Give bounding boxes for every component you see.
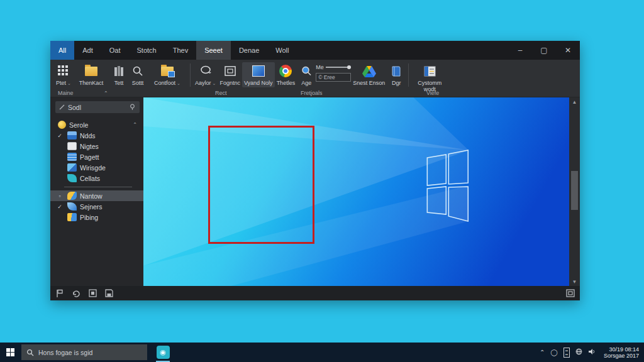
taskbar: Hons fogae is sgid ◉ ⌃ ◯ ▪▪▪▪ 30/19 08:1… xyxy=(0,343,644,362)
ribbon-button-dgr[interactable]: Dgr xyxy=(387,62,406,87)
bird-icon xyxy=(67,192,77,200)
tab-all[interactable]: All xyxy=(50,41,74,60)
status-bar xyxy=(50,286,580,300)
ribbon-separator xyxy=(408,63,409,87)
ribbon-button-thetles[interactable]: Thetles xyxy=(275,62,297,87)
sidebar-item-nigtes[interactable]: Nigtes xyxy=(50,141,143,151)
sidebar-item-pagett[interactable]: Pagett xyxy=(50,151,143,162)
network-icon[interactable] xyxy=(575,348,582,356)
feather-icon xyxy=(67,202,77,211)
ribbon-button-vyand-noly[interactable]: Vyand Noly xyxy=(242,62,275,87)
tab-adt[interactable]: Adt xyxy=(74,41,101,60)
folder-overlay-icon xyxy=(161,63,174,79)
sidebar-search-input[interactable]: Sodl xyxy=(55,101,140,113)
taskbar-search-placeholder: Hons fogae is sgid xyxy=(38,349,92,356)
sidebar-item-sejners[interactable]: ✓ Sejners xyxy=(50,201,143,212)
taskbar-app-button[interactable]: ◉ xyxy=(151,343,175,362)
ribbon-slider-group: Me © Eree xyxy=(316,62,351,82)
keyboard-layout-icon[interactable]: ▪▪▪▪ xyxy=(564,348,570,358)
desktop: { "window": { "tabbar": { "tabs": [ { "l… xyxy=(0,0,644,362)
sidebar: Sodl Serole ⌃ ✓ Ndds Nigtes xyxy=(50,97,143,286)
windows-wallpaper xyxy=(143,97,569,286)
ribbon-button-contfoot[interactable]: Contfoot⌄ xyxy=(147,62,187,88)
chevron-up-icon[interactable]: ⌃ xyxy=(133,122,137,128)
search-icon xyxy=(59,104,65,110)
tray-circle-icon[interactable]: ◯ xyxy=(550,349,557,356)
sidebar-item-serole[interactable]: Serole ⌃ xyxy=(50,119,143,130)
maximize-button[interactable]: ▢ xyxy=(532,41,556,60)
volume-icon[interactable] xyxy=(588,348,596,356)
undo-icon[interactable] xyxy=(72,289,80,298)
yellow-ball-icon xyxy=(58,121,66,129)
folder-icon xyxy=(67,213,77,221)
book-icon xyxy=(391,63,401,79)
tab-stotch[interactable]: Stotch xyxy=(128,41,164,60)
ribbon-button-aaylor[interactable]: Aaylor⌄ xyxy=(193,62,218,88)
check-icon: ✓ xyxy=(55,133,64,139)
apps-grid-icon xyxy=(58,63,69,79)
fit-view-icon[interactable] xyxy=(566,289,575,298)
doc-icon xyxy=(424,63,436,79)
clock-time: 30/19 08:14 xyxy=(604,346,639,353)
scroll-up-icon[interactable]: ▲ xyxy=(569,97,580,106)
sidebar-item-nantow[interactable]: ▫ Nantow xyxy=(50,190,143,201)
chrome-icon xyxy=(279,63,292,79)
ribbon-button-cystomm[interactable]: Cystomm wodt xyxy=(411,62,448,94)
photo-app-icon: ◉ xyxy=(157,346,170,359)
group-label-fretjoals: Fretjoals xyxy=(301,90,323,96)
tab-oat[interactable]: Oat xyxy=(101,41,129,60)
wallpaper-image[interactable] xyxy=(143,97,569,286)
ribbon-button-sottt[interactable]: Sottt xyxy=(128,62,147,87)
sidebar-divider xyxy=(64,187,132,187)
taskbar-clock[interactable]: 30/19 08:14 Sorsgae 2017 xyxy=(604,346,639,359)
vertical-scrollbar[interactable]: ▲ ▼ xyxy=(569,97,580,286)
start-button[interactable] xyxy=(0,343,21,362)
ribbon-button-thenkact[interactable]: ThenKact xyxy=(73,62,109,87)
group-label-viefe: Viefe xyxy=(426,90,439,96)
folder-icon xyxy=(85,63,97,79)
tab-seeet[interactable]: Seeet xyxy=(196,41,231,60)
scrollbar-thumb[interactable] xyxy=(571,171,578,210)
ribbon-button-tett[interactable]: Tett xyxy=(109,62,128,87)
scrollbar-track[interactable] xyxy=(569,106,580,277)
sidebar-item-ndds[interactable]: ✓ Ndds xyxy=(50,130,143,141)
lasso-icon xyxy=(199,63,212,79)
ribbon-separator xyxy=(190,63,191,87)
selection-rectangle[interactable] xyxy=(208,126,314,244)
ribbon-collapse-chevron-icon[interactable]: ⌃ xyxy=(104,90,108,96)
group-label-maine: Maine xyxy=(58,90,74,96)
search-icon xyxy=(26,349,34,356)
sidebar-item-cellats[interactable]: Cellats xyxy=(50,173,143,184)
slider[interactable] xyxy=(326,67,351,68)
edit-icon: ▫ xyxy=(55,193,64,199)
tab-thev[interactable]: Thev xyxy=(165,41,196,60)
group-label-rect: Rect xyxy=(215,90,227,96)
list-icon xyxy=(67,153,77,161)
sidebar-item-wirisgde[interactable]: Wirisgde xyxy=(50,162,143,173)
panel-icon xyxy=(67,131,77,140)
ribbon-group-viefe: Cystomm wodt xyxy=(411,62,448,88)
ribbon-group-rect: Aaylor⌄ Fogntnc Vyand Noly xyxy=(193,62,275,88)
search-options-icon[interactable] xyxy=(130,104,136,111)
tray-chevron-up-icon[interactable]: ⌃ xyxy=(540,349,545,356)
scroll-down-icon[interactable]: ▼ xyxy=(569,277,580,286)
ribbon-button-snest-enson[interactable]: Snest Enson xyxy=(351,62,387,87)
books-icon xyxy=(114,63,123,79)
sidebar-item-pibing[interactable]: Pibing xyxy=(50,212,143,222)
tab-denae[interactable]: Denae xyxy=(231,41,267,60)
sidebar-search-value: Sodl xyxy=(68,104,81,111)
layers-icon[interactable] xyxy=(88,289,97,298)
ribbon-button-ptet[interactable]: Ptet⌄ xyxy=(54,62,73,88)
drive-icon xyxy=(362,63,376,79)
ribbon-button-fogntnc[interactable]: Fogntnc xyxy=(218,62,242,87)
tab-woll[interactable]: Woll xyxy=(267,41,297,60)
taskbar-search-input[interactable]: Hons fogae is sgid xyxy=(21,344,147,360)
ribbon-button-age[interactable]: Age xyxy=(297,62,316,87)
close-button[interactable]: ✕ xyxy=(556,41,580,60)
flag-icon[interactable] xyxy=(55,289,64,298)
search-icon xyxy=(132,63,143,79)
minimize-button[interactable]: – xyxy=(508,41,532,60)
ribbon-field[interactable]: © Eree xyxy=(316,73,351,82)
save-icon[interactable] xyxy=(104,289,113,298)
clock-date: Sorsgae 2017 xyxy=(604,353,639,359)
